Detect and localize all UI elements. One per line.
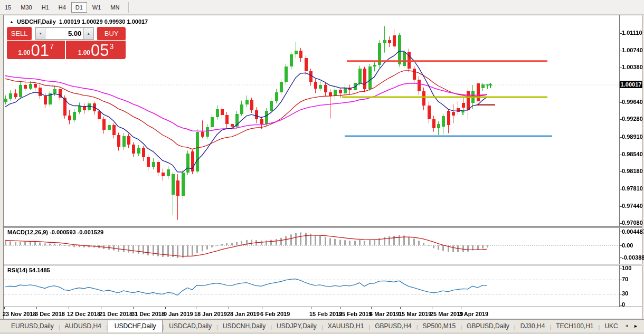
price-axis-label: 1.00380 — [622, 64, 643, 70]
volume-stepper: ▼ ▲ — [35, 27, 94, 40]
macd-axis-label: -0.003883 — [622, 254, 644, 261]
price-axis-label: 0.98540 — [622, 151, 643, 157]
date-axis-label: 6 Mar 2019 — [370, 311, 399, 317]
price-axis-label: 0.99640 — [622, 99, 643, 105]
rsi-axis-label: 100 — [622, 265, 631, 271]
bid-pip-digit: 7 — [50, 42, 54, 51]
tab-sp500-m15[interactable]: SP500,M15 — [418, 320, 461, 332]
volume-up-icon[interactable]: ▲ — [83, 27, 93, 40]
date-axis-label: 23 Nov 2018 — [3, 311, 36, 317]
date-axis-label: 3 Dec 2018 — [35, 311, 65, 317]
tab-scroll-left-icon[interactable]: ◄ — [624, 323, 629, 328]
tab-scroll-right-icon[interactable]: ► — [633, 323, 638, 329]
price-axis-label: 0.98910 — [622, 133, 643, 140]
rsi-axis-label: 70 — [622, 276, 628, 282]
price-axis-label: 0.97440 — [622, 203, 643, 209]
macd-axis-label: 0.00 — [622, 242, 633, 249]
ask-big-digits: 05 — [91, 43, 109, 58]
date-axis-label: 3 Apr 2019 — [459, 311, 488, 317]
volume-down-icon[interactable]: ▼ — [35, 27, 45, 40]
rsi-axis-label: 0 — [622, 301, 625, 308]
bid-quote-button[interactable]: 1.00 01 7 — [7, 41, 65, 59]
tab-eurusd-daily[interactable]: EURUSD,Daily — [6, 320, 59, 332]
macd-axis-label: 0.004487 — [622, 228, 644, 235]
tab-audusd-h4[interactable]: AUDUSD,H4 — [60, 320, 106, 332]
date-axis-label: 12 Dec 2018 — [67, 311, 100, 317]
ask-quote-button[interactable]: 1.00 05 3 — [66, 41, 126, 59]
buy-button[interactable]: BUY — [97, 27, 126, 40]
tab-dj30-h4[interactable]: DJ30,H4 — [516, 320, 550, 332]
rsi-indicator-label: RSI(14) 54.1485 — [7, 267, 50, 273]
date-axis-label: 6 Feb 2019 — [260, 311, 290, 317]
chart-ohlc-values: 1.00019 1.00029 0.99930 1.00017 — [59, 18, 148, 25]
date-axis-label: 15 Mar 2019 — [399, 311, 431, 317]
tab-usdcad-daily[interactable]: USDCAD,Daily — [164, 320, 216, 332]
chart-title: ▲USDCHF,Daily 1.00019 1.00029 0.99930 1.… — [10, 18, 148, 25]
panel-divider-dates — [4, 307, 642, 307]
ask-pip-digit: 3 — [110, 42, 114, 51]
price-axis-label: 1.00740 — [622, 47, 643, 53]
price-axis-label: 1.01110 — [622, 30, 642, 36]
date-axis-label: 15 Feb 2019 — [309, 311, 342, 317]
bid-big-digits: 01 — [31, 43, 49, 58]
tab-xauusd-h1[interactable]: XAUUSD,H1 — [323, 320, 369, 332]
date-axis-label: 9 Jan 2019 — [164, 311, 193, 317]
chart-symbol-period: USDCHF,Daily — [17, 18, 56, 25]
volume-input[interactable] — [45, 27, 83, 40]
tab-tech100-h1[interactable]: TECH100,H1 — [551, 320, 598, 332]
date-axis-label: 28 Jan 2019 — [227, 311, 260, 317]
tab-usdcnh-daily[interactable]: USDCNH,Daily — [218, 320, 270, 332]
current-price-tag: 1.00017 — [620, 81, 642, 88]
sell-button[interactable]: SELL — [7, 27, 32, 40]
mt4-terminal: 15M30H1H4D1W1MN ▲USDCHF,Daily 1.00019 1.… — [0, 0, 644, 334]
rsi-axis-label: 30 — [622, 290, 628, 297]
bid-prefix: 1.00 — [18, 49, 30, 56]
tab-usdjpy-daily[interactable]: USDJPY,Daily — [272, 320, 321, 332]
tab-usdchf-daily[interactable]: USDCHF,Daily — [108, 320, 163, 332]
date-axis-label: 25 Mar 2019 — [430, 311, 463, 317]
date-axis-label: 21 Dec 2018 — [99, 311, 132, 317]
tab-gbpusd-daily[interactable]: GBPUSD,Daily — [462, 320, 514, 332]
chart-tab-bar: EURUSD,Daily|AUDUSD,H4|USDCHF,Daily|USDC… — [0, 319, 644, 332]
price-axis-label: 0.99280 — [622, 116, 643, 122]
date-axis-label: 18 Jan 2019 — [194, 311, 227, 317]
tab-scroll-arrows: ◄ ► — [620, 320, 643, 332]
panel-divider-rsi[interactable] — [4, 264, 642, 265]
one-click-trade-panel: SELL ▼ ▲ BUY 1.00 01 7 1.00 05 3 — [7, 27, 126, 59]
price-axis-label: 0.98180 — [622, 168, 643, 174]
tab-gbpusd-h4[interactable]: GBPUSD,H4 — [370, 320, 416, 332]
panel-divider-macd[interactable] — [4, 226, 642, 228]
collapse-arrow-icon[interactable]: ▲ — [10, 20, 14, 24]
macd-indicator-label: MACD(12,26,9) -0.000593 -0.001529 — [7, 229, 103, 235]
ask-prefix: 1.00 — [78, 49, 90, 56]
date-axis-label: 25 Feb 2019 — [339, 311, 372, 317]
date-axis-label: 31 Dec 2018 — [131, 311, 165, 317]
price-axis-label: 0.97080 — [622, 220, 643, 226]
price-axis-label: 0.97810 — [622, 185, 643, 192]
